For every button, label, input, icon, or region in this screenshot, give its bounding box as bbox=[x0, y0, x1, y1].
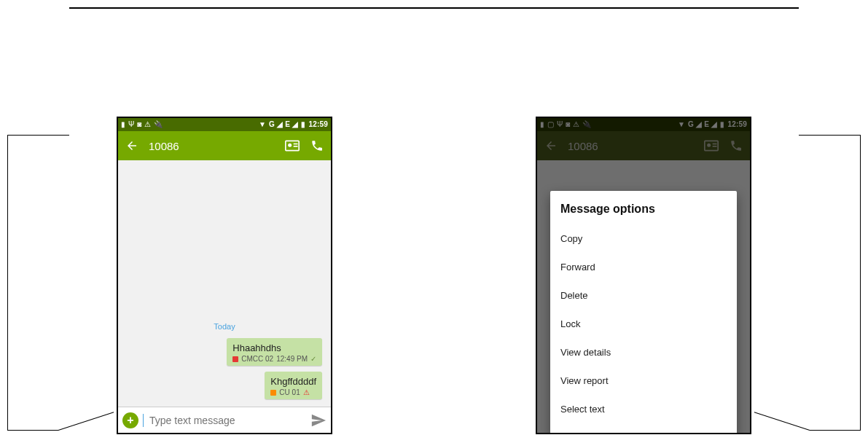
connector-line bbox=[860, 135, 861, 430]
send-button[interactable] bbox=[310, 412, 327, 428]
failed-warning-icon: ⚠ bbox=[303, 388, 310, 396]
message-meta: CMCC 02 12:49 PM ✓ bbox=[232, 355, 316, 363]
sim-icon: ▮ bbox=[121, 121, 125, 128]
status-time: 12:59 bbox=[308, 121, 328, 128]
text-cursor bbox=[143, 414, 144, 427]
conversation-title: 10086 bbox=[149, 140, 275, 152]
connector-line bbox=[58, 412, 114, 431]
message-bubble[interactable]: Hhaahhdhs CMCC 02 12:49 PM ✓ bbox=[227, 338, 322, 366]
usb-icon: Ψ bbox=[128, 121, 134, 128]
status-left-icons: ▮ Ψ ◙ ⚠ 🔌 bbox=[121, 121, 163, 128]
compose-bar: + bbox=[118, 407, 331, 433]
phone-message-options-screenshot: ▮ ▢ Ψ ◙ ⚠ 🔌 ▼ G ◢ E ◢ ▮ 12:59 10086 Mess… bbox=[536, 117, 751, 434]
connector-line bbox=[799, 135, 861, 136]
network-indicators: G ◢ E ◢ bbox=[269, 121, 298, 128]
dialog-item-view-details[interactable]: View details bbox=[550, 338, 737, 366]
message-text: Khgffddddf bbox=[270, 376, 316, 387]
connector-line bbox=[7, 430, 58, 431]
message-bubble[interactable]: Khgffddddf CU 01 ⚠ bbox=[265, 372, 322, 399]
sim-label: CU 01 bbox=[279, 388, 300, 396]
sim-label: CMCC 02 bbox=[241, 355, 273, 363]
dialog-item-view-report[interactable]: View report bbox=[550, 366, 737, 395]
message-time: 12:49 PM bbox=[276, 355, 308, 363]
conversation-pane[interactable]: Today Hhaahhdhs CMCC 02 12:49 PM ✓ Khgff… bbox=[118, 160, 331, 407]
connector-line bbox=[754, 412, 810, 431]
sim-indicator-icon bbox=[232, 356, 238, 362]
connector-line bbox=[7, 135, 8, 430]
date-divider: Today bbox=[122, 322, 327, 331]
back-button[interactable] bbox=[124, 138, 140, 154]
message-input[interactable] bbox=[149, 415, 306, 426]
sent-check-icon: ✓ bbox=[310, 355, 316, 363]
add-attachment-button[interactable]: + bbox=[122, 412, 138, 428]
call-button[interactable] bbox=[309, 138, 325, 154]
message-options-dialog: Message options Copy Forward Delete Lock… bbox=[550, 191, 737, 434]
dialog-item-forward[interactable]: Forward bbox=[550, 253, 737, 281]
dialog-item-save-to-sim[interactable]: Save message to SIM card bbox=[550, 423, 737, 434]
plug-icon: 🔌 bbox=[154, 121, 163, 128]
dialog-item-delete[interactable]: Delete bbox=[550, 281, 737, 310]
connector-line bbox=[810, 430, 861, 431]
status-bar: ▮ Ψ ◙ ⚠ 🔌 ▼ G ◢ E ◢ ▮ 12:59 bbox=[118, 118, 331, 131]
sim-indicator-icon bbox=[270, 390, 276, 396]
dialog-item-copy[interactable]: Copy bbox=[550, 224, 737, 253]
phone-conversation-screenshot: ▮ Ψ ◙ ⚠ 🔌 ▼ G ◢ E ◢ ▮ 12:59 10086 Today … bbox=[117, 117, 332, 434]
warning-icon: ⚠ bbox=[144, 121, 151, 128]
page-top-rule bbox=[69, 7, 799, 9]
app-bar: 10086 bbox=[118, 131, 331, 160]
svg-point-1 bbox=[288, 144, 292, 147]
dialog-item-select-text[interactable]: Select text bbox=[550, 395, 737, 423]
message-meta: CU 01 ⚠ bbox=[270, 388, 316, 396]
contact-card-button[interactable] bbox=[284, 138, 300, 154]
status-right: ▼ G ◢ E ◢ ▮ 12:59 bbox=[259, 121, 328, 128]
message-text: Hhaahhdhs bbox=[232, 342, 316, 353]
battery-saver-icon: ◙ bbox=[137, 121, 141, 128]
connector-line bbox=[7, 135, 69, 136]
dialog-title: Message options bbox=[550, 195, 737, 224]
wifi-icon: ▼ bbox=[259, 121, 266, 128]
svg-rect-2 bbox=[294, 144, 298, 145]
battery-icon: ▮ bbox=[301, 121, 305, 128]
svg-rect-3 bbox=[294, 146, 298, 147]
dialog-item-lock[interactable]: Lock bbox=[550, 310, 737, 338]
